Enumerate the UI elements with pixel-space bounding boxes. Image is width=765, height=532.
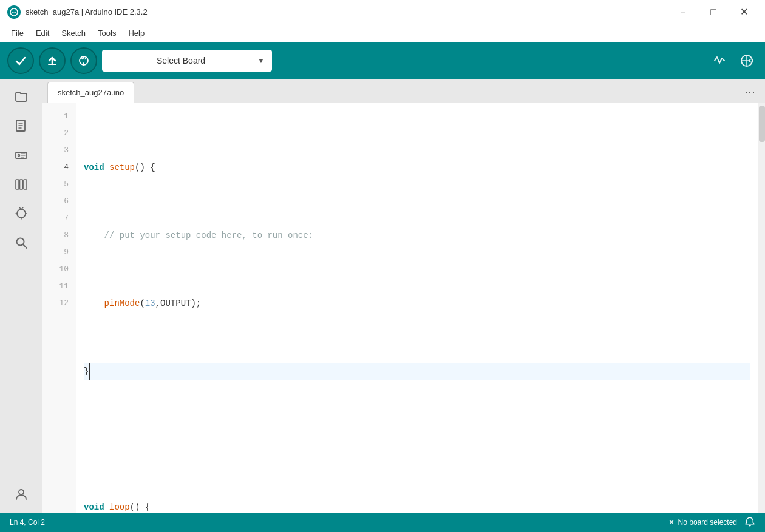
- code-indent-3: [84, 295, 104, 312]
- sidebar-profile-button[interactable]: [8, 481, 35, 508]
- code-plain-6: () {: [130, 499, 151, 513]
- serial-monitor-button[interactable]: [709, 50, 731, 72]
- code-line-1: void setup() {: [84, 159, 750, 176]
- debug-button[interactable]: [70, 47, 97, 74]
- line-num-5: 5: [42, 176, 76, 193]
- sidebar-sketchbook-button[interactable]: [8, 113, 35, 140]
- toolbar-right-controls: [709, 50, 758, 72]
- code-kw-void-2: void: [84, 499, 109, 513]
- line-num-7: 7: [42, 210, 76, 227]
- no-board-label: No board selected: [678, 518, 737, 527]
- svg-point-32: [19, 490, 24, 494]
- svg-point-17: [18, 155, 19, 157]
- file-tab[interactable]: sketch_aug27a.ino: [47, 82, 134, 103]
- sidebar-search-button[interactable]: [8, 229, 35, 256]
- code-comment-setup: // put your setup code here, to run once…: [104, 227, 313, 244]
- code-line-3: pinMode(13,OUTPUT);: [84, 295, 750, 312]
- cursor: [89, 363, 95, 380]
- line-num-1: 1: [42, 108, 76, 125]
- code-kw-void-1: void: [84, 159, 109, 176]
- code-plain-3a: (: [140, 295, 144, 312]
- editor-area: sketch_aug27a.ino ⋯ 1 2 3 4 5 6 7 8 9 10…: [42, 79, 765, 513]
- board-dropdown-icon: ▼: [257, 56, 265, 65]
- scrollbar-thumb[interactable]: [759, 106, 765, 142]
- svg-point-11: [750, 59, 753, 62]
- code-plain-4: }: [84, 363, 89, 380]
- menu-bar: File Edit Sketch Tools Help: [0, 24, 765, 42]
- menu-edit[interactable]: Edit: [30, 26, 55, 40]
- svg-point-0: [10, 8, 18, 16]
- verify-button[interactable]: [7, 47, 34, 74]
- code-line-2: // put your setup code here, to run once…: [84, 227, 750, 244]
- code-line-5: [84, 431, 750, 448]
- line-num-11: 11: [42, 278, 76, 295]
- notification-bell-button[interactable]: [744, 516, 755, 529]
- board-selector[interactable]: Select Board ▼: [102, 50, 272, 72]
- code-line-4: }: [84, 363, 750, 380]
- sidebar: [0, 79, 42, 513]
- line-num-10: 10: [42, 261, 76, 278]
- line-num-8: 8: [42, 227, 76, 244]
- board-selector-text: Select Board: [109, 56, 253, 66]
- upload-button[interactable]: [39, 47, 66, 74]
- svg-line-31: [23, 244, 27, 248]
- svg-rect-23: [24, 180, 27, 189]
- code-plain-3b: ,OUTPUT);: [155, 295, 202, 312]
- app-logo: [7, 5, 21, 19]
- toolbar: Select Board ▼: [0, 42, 765, 79]
- window-controls: − □ ✕: [669, 3, 758, 21]
- svg-line-7: [85, 58, 86, 59]
- svg-line-6: [81, 58, 83, 59]
- line-num-9: 9: [42, 244, 76, 261]
- tab-more-button[interactable]: ⋯: [739, 82, 760, 103]
- svg-rect-21: [16, 180, 19, 189]
- menu-help[interactable]: Help: [122, 26, 151, 40]
- main-area: sketch_aug27a.ino ⋯ 1 2 3 4 5 6 7 8 9 10…: [0, 79, 765, 513]
- line-num-4: 4: [42, 159, 76, 176]
- scrollbar[interactable]: [758, 103, 765, 513]
- line-num-3: 3: [42, 142, 76, 159]
- code-line-6: void loop() {: [84, 499, 750, 513]
- sidebar-debug-button[interactable]: [8, 200, 35, 227]
- menu-file[interactable]: File: [5, 26, 30, 40]
- code-fn-setup: setup: [109, 159, 135, 176]
- code-num-13-1: 13: [145, 295, 155, 312]
- code-fn-pinmode: pinMode: [104, 295, 140, 312]
- menu-sketch[interactable]: Sketch: [55, 26, 92, 40]
- serial-plotter-button[interactable]: [736, 50, 758, 72]
- title-bar: sketch_aug27a | Arduino IDE 2.3.2 − □ ✕: [0, 0, 765, 24]
- code-content[interactable]: void setup() { // put your setup code he…: [76, 103, 758, 513]
- code-plain-1: () {: [135, 159, 155, 176]
- tab-filename: sketch_aug27a.ino: [58, 88, 124, 97]
- cursor-position: Ln 4, Col 2: [10, 518, 45, 527]
- status-bar: Ln 4, Col 2 ✕ No board selected: [0, 513, 765, 532]
- code-editor[interactable]: 1 2 3 4 5 6 7 8 9 10 11 12 void setup() …: [42, 103, 765, 513]
- no-board-indicator[interactable]: ✕ No board selected: [668, 518, 737, 527]
- code-fn-loop: loop: [109, 499, 130, 513]
- code-blank-5: [84, 431, 89, 448]
- line-num-12: 12: [42, 295, 76, 312]
- minimize-button[interactable]: −: [669, 3, 697, 21]
- window-title: sketch_aug27a | Arduino IDE 2.3.2: [25, 7, 669, 16]
- code-indent-2: [84, 227, 104, 244]
- tab-bar: sketch_aug27a.ino ⋯: [42, 79, 765, 103]
- close-button[interactable]: ✕: [730, 3, 758, 21]
- sidebar-library-button[interactable]: [8, 171, 35, 198]
- line-num-2: 2: [42, 125, 76, 142]
- svg-rect-22: [19, 180, 22, 189]
- line-numbers: 1 2 3 4 5 6 7 8 9 10 11 12: [42, 103, 76, 513]
- sidebar-folder-button[interactable]: [8, 84, 35, 110]
- status-bar-right: ✕ No board selected: [668, 516, 755, 529]
- maximize-button[interactable]: □: [699, 3, 727, 21]
- sidebar-boards-button[interactable]: [8, 142, 35, 169]
- no-board-x: ✕: [668, 518, 675, 527]
- line-num-6: 6: [42, 193, 76, 210]
- menu-tools[interactable]: Tools: [92, 26, 122, 40]
- svg-point-24: [17, 209, 25, 218]
